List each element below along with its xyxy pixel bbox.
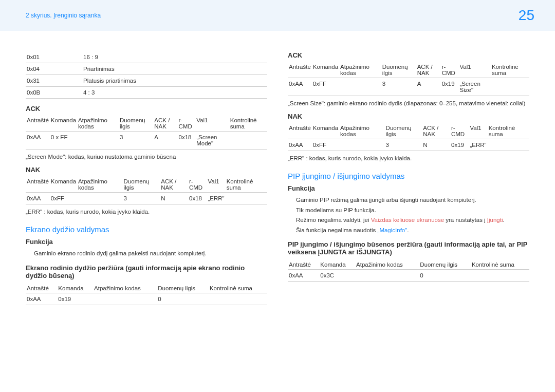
table-row: 0xAA 0xFF 3 A 0x19 „Screen Size" — [288, 78, 529, 96]
size-table: Antraštė Komanda Atpažinimo kodas Duomen… — [26, 283, 267, 305]
funkcija-title: Funkcija — [288, 184, 529, 192]
page-number: 25 — [519, 7, 534, 24]
funkcija-line: Tik modeliams su PIP funkcija. — [296, 206, 529, 216]
funkcija-title: Funkcija — [26, 238, 267, 246]
ack-table: Antraštė Komanda Atpažinimo kodas Duomen… — [288, 61, 529, 96]
table-row: 0xAA 0xFF 3 N 0x18 „ERR" — [26, 193, 267, 204]
table-row: 0x31Platusis priartinimas — [26, 75, 267, 87]
ack-note: „Screen Size": gaminio ekrano rodinio dy… — [288, 100, 529, 106]
ack-title: ACK — [26, 105, 267, 113]
left-column: 0x0116 : 9 0x04Priartinimas 0x31Platusis… — [26, 51, 267, 309]
table-row: 0xAA 0x3C 0 — [288, 270, 529, 282]
nak-table: Antraštė Komanda Atpažinimo kodas Duomen… — [288, 122, 529, 151]
pip-status-title: PIP įjungimo / išjungimo būsenos peržiūr… — [288, 240, 529, 256]
funkcija-line: Šia funkcija negalima naudotis „MagicInf… — [296, 226, 529, 236]
right-column: ACK Antraštė Komanda Atpažinimo kodas Du… — [288, 51, 529, 309]
pip-control-title: PIP įjungimo / išjungimo valdymas — [288, 172, 529, 180]
table-row: 0x0B4 : 3 — [26, 87, 267, 99]
codes-table: 0x0116 : 9 0x04Priartinimas 0x31Platusis… — [26, 51, 267, 99]
funkcija-block: Gaminio PIP režimą galima įjungti arba i… — [288, 195, 529, 235]
ack-title: ACK — [288, 51, 529, 59]
size-control-title: Ekrano dydžio valdymas — [26, 225, 267, 234]
funkcija-text: Gaminio ekrano rodinio dydį galima pakei… — [26, 249, 267, 259]
nak-title: NAK — [26, 166, 267, 174]
nak-table: Antraštė Komanda Atpažinimo kodas Duomen… — [26, 176, 267, 204]
link-magicinfo[interactable]: „MagicInfo" — [378, 227, 408, 233]
link-video-multi[interactable]: Vaizdas keliuose ekranuose — [371, 217, 444, 223]
nak-note: „ERR" : kodas, kuris nurodo, kokia įvyko… — [288, 155, 529, 161]
table-row: 0xAA 0x19 0 — [26, 293, 267, 305]
funkcija-line: Režimo negalima valdyti, jei Vaizdas kel… — [296, 215, 529, 226]
pip-table: Antraštė Komanda Atpažinimo kodas Duomen… — [288, 259, 529, 282]
content: 0x0116 : 9 0x04Priartinimas 0x31Platusis… — [0, 31, 555, 320]
table-row: 0xAA 0xFF 3 N 0x19 „ERR" — [288, 139, 529, 151]
ack-note: „Screen Mode": kodas, kuriuo nustatoma g… — [26, 154, 267, 160]
header-bar: 2 skyrius. Įrenginio sąranka 25 — [0, 0, 555, 31]
funkcija-line: Gaminio PIP režimą galima įjungti arba i… — [296, 195, 529, 206]
nak-title: NAK — [288, 113, 529, 120]
table-row: 0xAA 0 x FF 3 A 0x18 „Screen Mode" — [26, 132, 267, 150]
breadcrumb: 2 skyrius. Įrenginio sąranka — [26, 12, 101, 19]
size-view-title: Ekrano rodinio dydžio peržiūra (gauti in… — [26, 264, 267, 279]
link-on[interactable]: Įjungti — [487, 217, 503, 223]
ack-table: Antraštė Komanda Atpažinimo kodas Duomen… — [26, 115, 267, 150]
table-row: 0x0116 : 9 — [26, 51, 267, 63]
table-row: 0x04Priartinimas — [26, 63, 267, 75]
nak-note: „ERR" : kodas, kuris nurodo, kokia įvyko… — [26, 209, 267, 215]
